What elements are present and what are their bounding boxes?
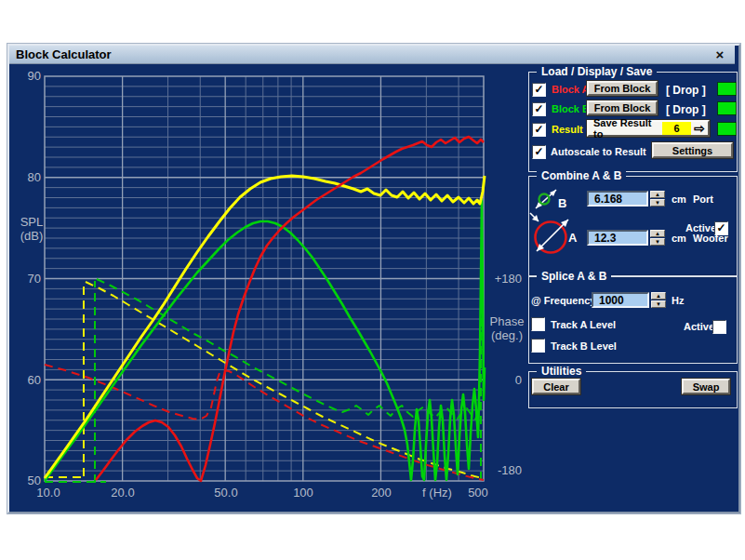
block-a-drop-target[interactable]: [ Drop ] (666, 84, 706, 97)
track-b-level-checkbox[interactable] (531, 339, 545, 353)
block-b-from-block-button[interactable]: From Block (587, 100, 658, 115)
freq-tick-label: 50.0 (204, 486, 248, 500)
phase-tick-label: -180 (485, 463, 522, 477)
block-a-label: Block A (552, 84, 590, 95)
spl-tick-label: 70 (11, 272, 41, 286)
spl-axis-title: SPL(dB) (15, 215, 48, 243)
freq-tick-label: 500 (456, 486, 500, 500)
clear-button[interactable]: Clear (532, 379, 580, 394)
group-utilities-title: Utilities (537, 365, 586, 378)
freq-tick-label: 20.0 (100, 486, 145, 500)
block-b-checkbox[interactable] (532, 102, 546, 116)
woofer-diameter-icon (527, 208, 574, 259)
curve-block-b-spl (45, 200, 485, 481)
freq-tick-label: 10.0 (26, 486, 71, 500)
settings-button[interactable]: Settings (652, 142, 733, 158)
phase-axis-title: Phase(deg.) (487, 314, 526, 342)
port-diameter-input[interactable] (587, 191, 648, 207)
close-icon[interactable]: × (712, 46, 727, 64)
splice-frequency-stepper[interactable]: ▲▼ (651, 292, 666, 308)
block-a-checkbox[interactable] (532, 83, 546, 97)
autoscale-checkbox[interactable] (532, 145, 546, 159)
result-checkbox[interactable] (532, 123, 546, 137)
woofer-label: Woofer (693, 233, 728, 244)
group-load-display-save-title: Load / Display / Save (537, 65, 657, 78)
phase-tick-label: 0 (485, 373, 522, 387)
woofer-diameter-input[interactable] (587, 230, 648, 246)
phase-tick-label: +180 (485, 272, 522, 286)
save-result-to-button[interactable]: Save Result to 6 ⇨ (587, 120, 710, 137)
woofer-unit-label: cm (672, 233, 686, 244)
block-a-from-block-button[interactable]: From Block (587, 81, 658, 96)
track-a-level-checkbox[interactable] (531, 317, 545, 331)
block-a-indicator (717, 82, 737, 96)
port-label: Port (693, 193, 713, 205)
freq-tick-label: f (Hz) (415, 486, 459, 500)
autoscale-label: Autoscale to Result (551, 146, 646, 157)
splice-frequency-label: @ Frequency (531, 295, 595, 306)
result-label: Result (552, 124, 583, 135)
spl-tick-label: 80 (11, 170, 41, 184)
port-diameter-stepper[interactable]: ▲▼ (650, 191, 665, 207)
track-b-level-label: Track B Level (551, 340, 617, 352)
save-result-slot-value[interactable]: 6 (662, 122, 691, 135)
block-b-label: Block B (552, 103, 590, 114)
spl-tick-label: 90 (11, 69, 41, 83)
window-titlebar[interactable]: Block Calculator × (9, 46, 735, 64)
splice-frequency-input[interactable] (592, 292, 649, 308)
block-calculator-screen: Block Calculator × SPL(dB) Phase(deg.) L… (0, 0, 745, 560)
port-unit-label: cm (672, 193, 686, 205)
freq-tick-label: 100 (281, 486, 326, 500)
group-combine-title: Combine A & B (537, 169, 626, 182)
splice-active-label: Active (684, 321, 714, 332)
track-a-level-label: Track A Level (551, 319, 616, 330)
save-arrow-icon: ⇨ (691, 123, 708, 134)
splice-active-checkbox[interactable] (712, 320, 726, 334)
window-title: Block Calculator (16, 47, 112, 61)
spl-tick-label: 60 (11, 373, 41, 387)
woofer-tag-label: A (568, 231, 577, 245)
result-indicator (717, 122, 737, 136)
woofer-diameter-stepper[interactable]: ▲▼ (650, 230, 665, 246)
splice-unit-label: Hz (672, 295, 684, 306)
block-b-drop-target[interactable]: [ Drop ] (666, 103, 706, 116)
group-splice-title: Splice A & B (537, 270, 611, 283)
swap-button[interactable]: Swap (682, 379, 730, 394)
freq-tick-label: 200 (359, 486, 404, 500)
block-b-indicator (717, 101, 737, 115)
save-result-to-label: Save Result to (589, 117, 662, 140)
